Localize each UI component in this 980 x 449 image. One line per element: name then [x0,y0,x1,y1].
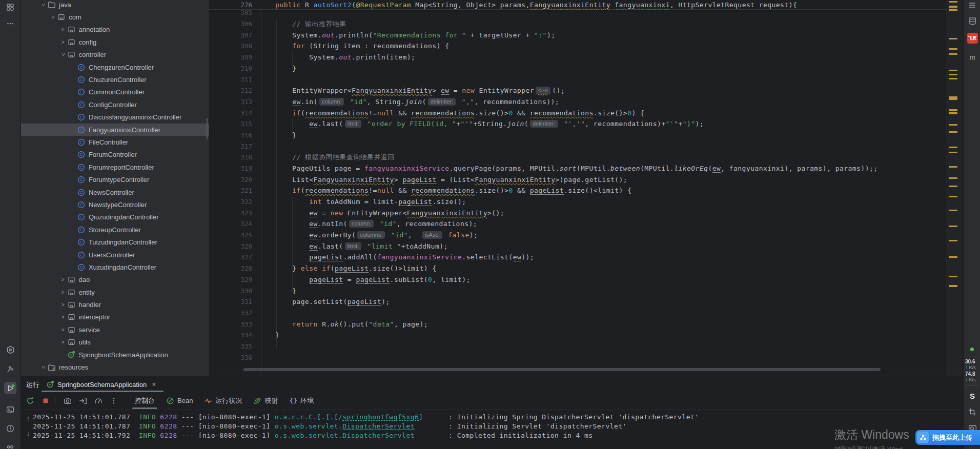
warning-stripe-mark[interactable] [949,240,957,241]
warning-stripe-mark[interactable] [949,196,957,197]
tree-item-NewstypeController[interactable]: CNewstypeController [21,198,209,211]
line-number[interactable]: 311 [209,75,258,83]
warning-stripe-mark[interactable] [949,147,957,148]
chevron-icon[interactable]: > [59,314,67,320]
tree-item-resources[interactable]: >resources [21,361,209,373]
tree-item-ConfigController[interactable]: CConfigController [21,98,209,111]
tree-item-ChuzurenController[interactable]: CChuzurenController [21,73,209,86]
line-number[interactable]: 319 [209,165,258,172]
close-tab-icon[interactable]: × [152,380,156,389]
line-number[interactable]: 309 [209,53,258,61]
s-plugin-icon[interactable]: S [966,390,978,402]
line-number[interactable]: 328 [209,264,258,272]
log-hyperlink[interactable]: DispatcherServlet [342,432,415,439]
warning-stripe-mark[interactable] [949,6,957,8]
line-number[interactable]: 321 [209,187,258,194]
tree-item-SpringbootSchemaApplication[interactable]: SpringbootSchemaApplication [21,349,209,361]
warning-stripe-mark[interactable] [949,1,957,3]
tree-item-dao[interactable]: >dao [21,274,209,286]
line-number[interactable]: 316 [209,131,258,139]
line-number[interactable]: 331 [209,298,258,305]
console-tab-环境[interactable]: {}环境 [283,392,319,409]
tree-item-java[interactable]: >java [21,0,209,11]
warning-stripe-mark[interactable] [949,70,957,71]
line-number[interactable]: 325 [209,231,258,239]
gc-gauge-button[interactable] [92,395,105,407]
services-icon[interactable] [4,343,16,356]
warning-stripe-mark[interactable] [949,285,957,287]
tree-item-CommonController[interactable]: CCommonController [21,86,209,98]
warning-stripe-mark[interactable] [949,74,957,75]
tree-item-annotation[interactable]: >annotation [21,24,209,36]
console-tab-映射[interactable]: 映射 [248,392,283,409]
chevron-icon[interactable]: > [50,13,56,22]
tree-item-ForumreportController[interactable]: CForumreportController [21,161,209,173]
tree-item-FileController[interactable]: CFileController [21,136,209,148]
line-number[interactable]: 333 [209,320,258,328]
line-number[interactable]: 329 [209,276,258,283]
warning-stripe-mark[interactable] [949,9,957,11]
chevron-icon[interactable]: > [59,27,67,32]
chevron-icon[interactable]: > [59,39,67,45]
line-number[interactable]: 336 [209,354,258,361]
tree-item-service[interactable]: >service [21,323,209,336]
tree-item-UsersController[interactable]: CUsersController [21,249,209,261]
warning-stripe-mark[interactable] [949,152,957,153]
tree-item-ForumController[interactable]: CForumController [21,149,209,161]
tree-item-com[interactable]: >com [21,11,209,23]
tree-item-DiscussfangyuanxinxiController[interactable]: CDiscussfangyuanxinxiController [21,111,209,124]
editor-horizontal-scrollbar[interactable] [243,368,881,371]
thread-dump-button[interactable] [77,395,89,407]
warning-stripe-mark[interactable] [949,109,957,111]
log-hyperlink[interactable]: DispatcherServlet [342,422,415,430]
warning-stripe-mark[interactable] [949,166,957,168]
tree-item-interceptor[interactable]: >interceptor [21,311,209,323]
console-tab-Bean[interactable]: Bean [160,392,198,409]
warning-stripe-mark[interactable] [949,131,957,133]
line-number[interactable]: 317 [209,142,258,150]
problems-icon[interactable] [4,422,16,435]
warning-stripe-mark[interactable] [949,78,957,79]
line-number[interactable]: 324 [209,220,258,228]
run-toolwindow-icon[interactable] [4,382,16,394]
tree-item-StoreupController[interactable]: CStoreupController [21,223,209,236]
warning-stripe-mark[interactable] [949,96,957,100]
chevron-icon[interactable]: > [40,363,46,372]
tree-item-handler[interactable]: >handler [21,298,209,311]
tree-item-FangyuanxinxiController[interactable]: CFangyuanxinxiController [21,124,209,136]
line-number[interactable]: 307 [209,31,258,39]
warning-stripe-mark[interactable] [949,38,957,39]
line-number[interactable]: 335 [209,342,258,350]
line-number[interactable]: 276 [209,1,258,9]
stop-button[interactable] [39,395,52,407]
tree-item-ChengzurenController[interactable]: CChengzurenController [21,61,209,73]
more-options-button[interactable] [108,395,120,407]
chevron-icon[interactable]: > [60,51,66,59]
chevron-icon[interactable]: > [59,290,67,295]
chevron-icon[interactable]: > [59,339,67,345]
chevron-icon[interactable]: > [59,327,67,333]
warning-stripe-mark[interactable] [949,48,957,50]
line-number[interactable]: 327 [209,253,258,261]
warning-stripe-mark[interactable] [949,124,957,126]
tree-item-ForumtypeController[interactable]: CForumtypeController [21,173,209,186]
project-grid-icon[interactable] [4,1,16,13]
maven-icon[interactable]: m [966,51,978,64]
upload-drop-badge[interactable]: 拖拽至此上传 [915,430,980,445]
console-output[interactable]: ↑↓2025-11-25 14:51:01.787 INFO 6228 --- … [21,410,963,449]
line-number[interactable]: 320 [209,176,258,183]
run-tab[interactable]: SpringbootSchemaApplication × [46,378,156,391]
screenshot-button[interactable] [62,395,74,407]
line-number[interactable]: 313 [209,98,258,106]
code-editor[interactable]: 305306 // 输出推荐结果307 System.out.println("… [209,0,946,376]
line-number[interactable]: 318 [209,153,258,161]
line-number[interactable]: 306 [209,20,258,28]
line-number[interactable]: 308 [209,42,258,50]
line-number[interactable]: 323 [209,209,258,217]
warning-stripe-mark[interactable] [949,256,957,258]
console-tab-运行状况[interactable]: 运行状况 [198,392,248,409]
tree-item-XuzudingdanController[interactable]: CXuzudingdanController [21,261,209,273]
database-icon[interactable] [966,14,978,27]
warning-stripe-mark[interactable] [949,210,957,211]
tree-item-TuizudingdanController[interactable]: CTuizudingdanController [21,236,209,248]
